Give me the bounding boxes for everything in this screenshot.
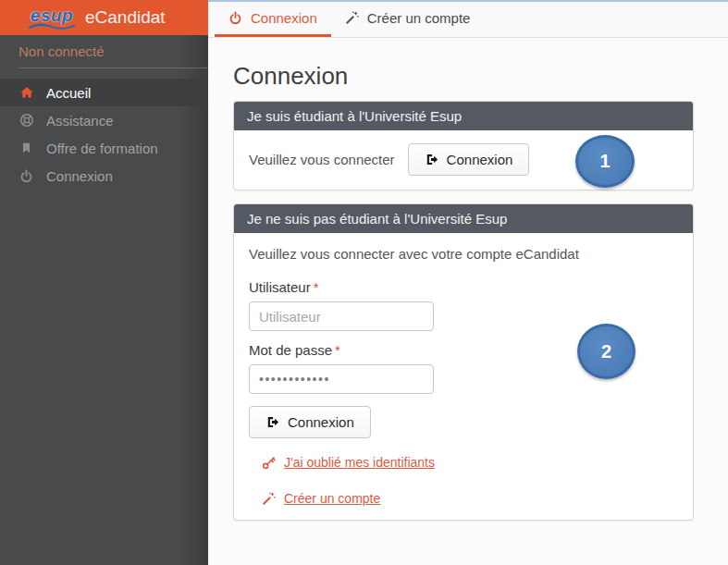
button-label: Connexion [288, 414, 354, 430]
key-icon [262, 456, 276, 470]
panel-external-body: Veuillez vous connecter avec votre compt… [234, 233, 693, 520]
connection-status: Non connecté [0, 35, 208, 68]
forgot-credentials-row: J'ai oublié mes identifiants [262, 455, 678, 470]
sign-out-icon [425, 153, 438, 166]
external-prompt: Veuillez vous connecter avec votre compt… [249, 246, 678, 262]
life-ring-icon [19, 113, 34, 128]
power-icon [19, 169, 34, 183]
sidebar-item-offre-de-formation[interactable]: Offre de formation [0, 134, 208, 162]
esup-logo[interactable]: esup [28, 6, 76, 30]
create-account-link[interactable]: Créer un compte [284, 491, 380, 506]
required-marker: * [314, 279, 319, 295]
panel-student-header: Je suis étudiant à l'Université Esup [234, 102, 693, 130]
sidebar-item-assistance[interactable]: Assistance [0, 106, 208, 134]
main-content: Connexion Je suis étudiant à l'Universit… [208, 38, 728, 565]
username-label: Utilisateur* [249, 279, 678, 295]
sidebar: Non connecté Accueil [0, 35, 208, 565]
panel-external-header: Je ne suis pas étudiant à l'Université E… [234, 204, 693, 233]
magic-wand-icon [262, 492, 276, 506]
app-header: esup eCandidat [0, 0, 208, 35]
sidebar-menu: Accueil Assistance Offre [0, 79, 208, 190]
sidebar-item-label: Offre de formation [46, 141, 158, 156]
page-title: Connexion [233, 62, 728, 90]
password-input[interactable] [249, 364, 434, 394]
sidebar-item-label: Assistance [46, 113, 114, 129]
external-connexion-button[interactable]: Connexion [249, 406, 371, 438]
home-icon [19, 85, 34, 100]
username-input[interactable] [249, 301, 434, 331]
sidebar-item-accueil[interactable]: Accueil [0, 79, 208, 106]
sidebar-item-label: Accueil [46, 85, 91, 101]
magic-wand-icon [345, 11, 359, 25]
student-connexion-button[interactable]: Connexion [408, 143, 530, 176]
required-marker: * [335, 342, 340, 358]
tab-connexion[interactable]: Connexion [215, 2, 331, 37]
student-prompt: Veuillez vous connecter [249, 152, 395, 167]
annotation-badge-1: 1 [575, 135, 635, 188]
tab-creer-un-compte[interactable]: Créer un compte [331, 2, 485, 37]
sign-out-icon [265, 415, 279, 429]
sidebar-item-connexion[interactable]: Connexion [0, 162, 208, 190]
button-label: Connexion [447, 152, 513, 167]
ecandidat-app: esup eCandidat Connexion [0, 0, 728, 565]
top-tabbar: Connexion Créer un compte [208, 0, 728, 38]
annotation-badge-2: 2 [577, 324, 635, 379]
tab-label: Créer un compte [367, 10, 471, 26]
sidebar-divider [19, 68, 208, 68]
create-account-row: Créer un compte [262, 491, 678, 506]
esup-wave-icon [28, 22, 76, 30]
forgot-credentials-link[interactable]: J'ai oublié mes identifiants [284, 455, 435, 470]
tab-label: Connexion [251, 10, 317, 26]
bookmark-icon [19, 141, 34, 155]
app-title: eCandidat [85, 7, 166, 28]
power-icon [228, 11, 242, 25]
sidebar-item-label: Connexion [46, 168, 113, 184]
